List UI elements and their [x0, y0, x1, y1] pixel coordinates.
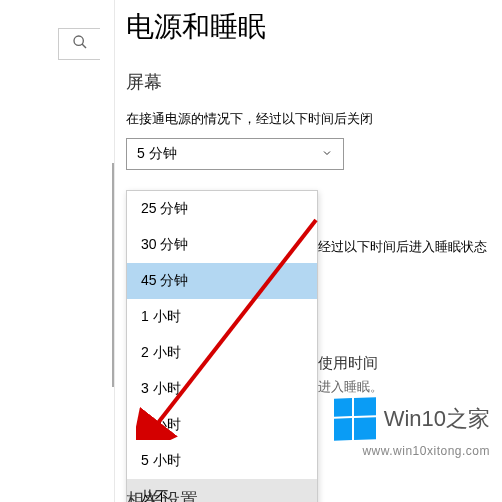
dropdown-option[interactable]: 25 分钟 — [127, 191, 317, 227]
screen-timeout-dropdown[interactable]: 5 分钟 — [126, 138, 344, 170]
related-settings-title: 相关设置 — [126, 488, 198, 502]
usage-time-title: 使用时间 — [318, 354, 378, 373]
svg-line-1 — [82, 44, 86, 48]
dropdown-option[interactable]: 5 小时 — [127, 443, 317, 479]
sleep-timeout-dropdown-open[interactable]: 25 分钟30 分钟45 分钟1 小时2 小时3 小时4 小时5 小时从不 — [126, 190, 318, 502]
dropdown-option[interactable]: 30 分钟 — [127, 227, 317, 263]
dropdown-option[interactable]: 3 小时 — [127, 371, 317, 407]
watermark-url: www.win10xitong.com — [362, 444, 490, 458]
main-content: 电源和睡眠 屏幕 在接通电源的情况下，经过以下时间后关闭 5 分钟 — [126, 0, 502, 214]
search-icon — [72, 34, 88, 54]
windows-logo-icon — [334, 397, 376, 440]
svg-point-0 — [74, 36, 83, 45]
screen-section-title: 屏幕 — [126, 70, 502, 94]
search-input[interactable] — [58, 28, 100, 60]
screen-timeout-value: 5 分钟 — [137, 145, 177, 163]
watermark-text: Win10之家 — [384, 404, 490, 434]
dropdown-option[interactable]: 45 分钟 — [127, 263, 317, 299]
settings-sidebar — [0, 0, 115, 502]
sidebar-active-indicator — [112, 163, 114, 387]
chevron-down-icon — [321, 146, 333, 162]
dropdown-option[interactable]: 2 小时 — [127, 335, 317, 371]
watermark-logo: Win10之家 — [334, 398, 490, 440]
screen-timeout-label: 在接通电源的情况下，经过以下时间后关闭 — [126, 110, 502, 128]
dropdown-option[interactable]: 1 小时 — [127, 299, 317, 335]
page-title: 电源和睡眠 — [126, 8, 502, 46]
sleep-timeout-label: 经过以下时间后进入睡眠状态 — [318, 238, 487, 256]
usage-time-hint: 进入睡眠。 — [318, 378, 383, 396]
dropdown-option[interactable]: 4 小时 — [127, 407, 317, 443]
